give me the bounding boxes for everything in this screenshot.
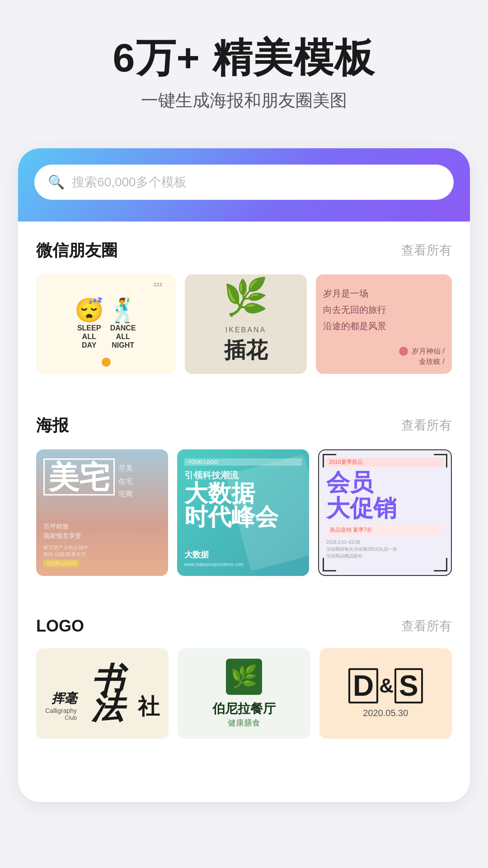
membership-title: 会员大促销 — [326, 470, 444, 521]
calligraphy-zh1: 挥毫 — [45, 690, 77, 707]
app-card: 🔍 搜索60,000多个模板 微信朋友圈 查看所有 zzz 😴 SLEEPALL… — [18, 148, 470, 802]
wechat-section: 微信朋友圈 查看所有 zzz 😴 SLEEPALLDAY 🕺 DANCEALLN… — [18, 222, 470, 378]
ikebana-en: IKEBANA — [225, 326, 266, 334]
wechat-card-poem[interactable]: 岁月是一场向去无回的旅行沿途的都是风景 岁月神仙 / 金玫岐 / — [316, 274, 452, 374]
wechat-see-all[interactable]: 查看所有 — [401, 242, 452, 259]
poster-tech-bottom: 大数据 www.makeyourpresence.com — [184, 549, 302, 567]
membership-year: 2018夏季新品 — [326, 458, 444, 467]
plant-emoji: 🌿 — [223, 279, 268, 315]
poster-body-text: 百坪精致我家惬意享受 — [43, 522, 161, 541]
calligraphy-zh2: 书法 — [79, 666, 136, 721]
deco-corner-br — [434, 558, 447, 571]
poem-text: 岁月是一场向去无回的旅行沿途的都是风景 — [323, 282, 445, 338]
ds-date: 2020.05.30 — [348, 708, 423, 718]
logo-card-calligraphy[interactable]: 挥毫 Calligraphy Club 书法 社 — [36, 648, 169, 739]
poster-card-real-estate[interactable]: 美宅 尽美住宅宅商 百坪精致我家惬意享受 家宅房产火热认领中签约·日期·联系方式… — [36, 449, 168, 576]
logo-see-all[interactable]: 查看所有 — [401, 618, 452, 635]
logo-section: LOGO 查看所有 挥毫 Calligraphy Club 书法 — [18, 599, 470, 743]
leaf-icon: 🌿 — [230, 664, 258, 689]
poster-card-tech-summit[interactable]: YOUR LOGO 引领科技潮流 大数据 时代峰会 大数据 www.makeyo… — [177, 449, 309, 576]
calligraphy-en1: Calligraphy — [45, 707, 77, 714]
hero-title: 6万+ 精美模板 — [18, 36, 470, 80]
orange-dot — [102, 358, 111, 367]
hero-subtitle: 一键生成海报和朋友圈美图 — [18, 89, 470, 112]
restaurant-sub: 健康膳食 — [212, 717, 276, 728]
sleep-text: SLEEPALLDAY — [75, 324, 104, 350]
restaurant-name: 伯尼拉餐厅 — [212, 700, 276, 717]
hero-section: 6万+ 精美模板 一键生成海报和朋友圈美图 — [0, 0, 488, 139]
logo-section-title: LOGO — [36, 617, 84, 636]
restaurant-icon-box: 🌿 — [226, 659, 262, 695]
search-icon: 🔍 — [48, 174, 65, 190]
bottom-spacer — [18, 743, 470, 779]
poster-your-logo: YOUR LOGO — [184, 458, 302, 466]
poster-cards-row: 美宅 尽美住宅宅商 百坪精致我家惬意享受 家宅房产火热认领中签约·日期·联系方式… — [36, 449, 452, 576]
calligraphy-en2: Club — [45, 714, 77, 721]
calligraphy-logo: 挥毫 Calligraphy Club 书法 社 — [45, 666, 160, 721]
wechat-card-ikebana[interactable]: 🌿 IKEBANA 插花 — [185, 274, 306, 374]
poster-main-zh: 美宅 — [43, 458, 115, 495]
ikebana-zh: 插花 — [224, 336, 267, 365]
logo-card-restaurant[interactable]: 🌿 伯尼拉餐厅 健康膳食 — [178, 648, 310, 739]
logo-cards-row: 挥毫 Calligraphy Club 书法 社 🌿 — [36, 648, 452, 739]
poem-author-1: 岁月神仙 / — [412, 347, 445, 356]
poster-footer-text: 家宅房产火热认领中签约·日期·联系方式 — [43, 544, 161, 558]
logo-card-ds[interactable]: D & S 2020.05.30 — [319, 648, 452, 739]
dance-block: 🕺 DANCEALLNIGHT — [108, 298, 138, 350]
poster-section-title: 海报 — [36, 415, 69, 437]
membership-detail: 2018.3.01~03.08活动期间每次活动满200元礼品一份活动商品赠品除外 — [326, 539, 444, 559]
wechat-section-header: 微信朋友圈 查看所有 — [36, 240, 452, 262]
poster-tech-title: 引领科技潮流 大数据 时代峰会 — [184, 469, 302, 528]
calligraphy-zh3: 社 — [138, 692, 160, 721]
poster-section: 海报 查看所有 美宅 尽美住宅宅商 百坪精致我家惬意享受 家宅房产火热认领中签约… — [18, 396, 470, 580]
poster-logo-label: YOUR LOGO — [43, 560, 79, 567]
search-box[interactable]: 🔍 搜索60,000多个模板 — [34, 165, 454, 200]
search-header: 🔍 搜索60,000多个模板 — [18, 148, 470, 222]
wechat-section-title: 微信朋友圈 — [36, 240, 117, 262]
membership-promo: 新品促销 夏季7折 — [326, 525, 444, 535]
deco-corner-tl — [323, 454, 336, 467]
poem-author: 岁月神仙 / — [399, 347, 445, 356]
deco-corner-bl — [323, 558, 336, 571]
poem-author-2: 金玫岐 / — [406, 357, 445, 367]
poster-sub-text: 尽美住宅宅商 — [118, 462, 133, 501]
ds-text: D & S — [348, 668, 423, 703]
search-placeholder: 搜索60,000多个模板 — [72, 174, 187, 191]
ds-logo-container: D & S 2020.05.30 — [348, 668, 423, 718]
restaurant-logo: 🌿 伯尼拉餐厅 健康膳食 — [212, 659, 276, 728]
logo-section-header: LOGO 查看所有 — [36, 617, 452, 636]
dance-text: DANCEALLNIGHT — [108, 324, 138, 350]
sleep-block: 😴 SLEEPALLDAY — [75, 298, 104, 350]
poster-card-membership[interactable]: 2018夏季新品 会员大促销 新品促销 夏季7折 2018.3.01~03.08… — [318, 449, 452, 576]
pink-dot — [399, 347, 408, 356]
wechat-card-sleep-dance[interactable]: zzz 😴 SLEEPALLDAY 🕺 DANCEALLNIGHT — [36, 274, 176, 374]
poster-section-header: 海报 查看所有 — [36, 415, 452, 437]
wechat-cards-row: zzz 😴 SLEEPALLDAY 🕺 DANCEALLNIGHT 🌿 — [36, 274, 452, 374]
poster-see-all[interactable]: 查看所有 — [401, 417, 452, 434]
deco-corner-tr — [434, 454, 447, 467]
